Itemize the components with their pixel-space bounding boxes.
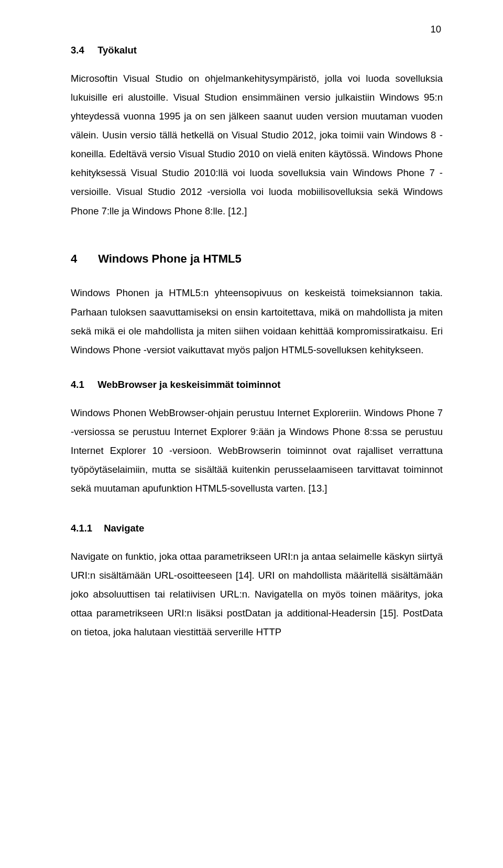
- page-number: 10: [430, 20, 441, 39]
- heading-title: Työkalut: [97, 45, 137, 56]
- heading-title: WebBrowser ja keskeisimmät toiminnot: [97, 379, 280, 390]
- heading-4-1-1: 4.1.1 Navigate: [71, 519, 443, 538]
- heading-title: Windows Phone ja HTML5: [98, 252, 242, 265]
- heading-3-4: 3.4 Työkalut: [71, 41, 443, 60]
- paragraph: Microsoftin Visual Studio on ohjelmankeh…: [71, 69, 443, 221]
- paragraph: Windows Phonen WebBrowser-ohjain perustu…: [71, 404, 443, 498]
- document-page: 10 3.4 Työkalut Microsoftin Visual Studi…: [0, 0, 503, 868]
- heading-4-1: 4.1 WebBrowser ja keskeisimmät toiminnot: [71, 375, 443, 394]
- heading-number: 4.1.1: [71, 519, 101, 538]
- paragraph: Navigate on funktio, joka ottaa parametr…: [71, 547, 443, 642]
- heading-number: 4: [71, 248, 95, 270]
- paragraph: Windows Phonen ja HTML5:n yhteensopivuus…: [71, 284, 443, 359]
- heading-number: 3.4: [71, 41, 95, 60]
- heading-4: 4 Windows Phone ja HTML5: [71, 248, 443, 270]
- heading-title: Navigate: [104, 523, 144, 534]
- heading-number: 4.1: [71, 375, 95, 394]
